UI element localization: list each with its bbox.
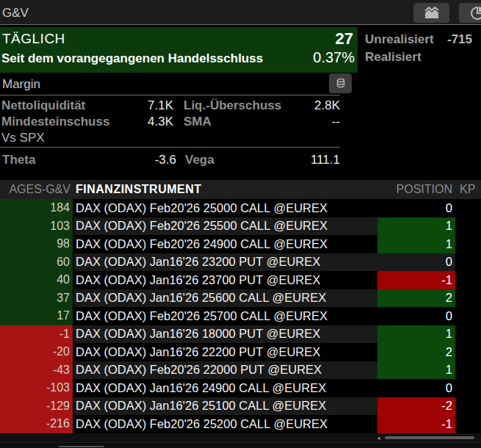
table-row[interactable]: -20 DAX (ODAX) Jan16'26 22200 PUT @EUREX… <box>0 343 481 361</box>
daily-pnl-cell: 98 <box>0 235 73 253</box>
table-row[interactable]: -1 DAX (ODAX) Jan16'26 18000 PUT @EUREX … <box>0 325 481 344</box>
position-cell: 0 <box>377 307 455 325</box>
instrument-cell: DAX (ODAX) Feb20'26 25200 CALL @EUREX <box>74 417 377 431</box>
daily-pnl-banner[interactable]: TÄGLICH 27 Seit dem vorangegangenen Hand… <box>0 27 358 73</box>
instrument-cell: DAX (ODAX) Jan16'26 18000 PUT @EUREX <box>74 327 377 341</box>
window-titlebar: G&V <box>0 0 481 25</box>
price-cell <box>455 325 481 344</box>
price-cell <box>455 271 481 289</box>
unrealized-value: -715 <box>447 31 472 48</box>
daily-pnl-cell: -1 <box>0 325 73 344</box>
greeks-section: Theta -3.6 Vega 111.1 <box>0 151 340 170</box>
price-cell <box>455 217 481 236</box>
area-chart-icon <box>424 7 440 20</box>
table-row[interactable]: 103 DAX (ODAX) Feb20'26 25500 CALL @EURE… <box>0 217 481 236</box>
margin-section-header: Margin <box>0 73 340 95</box>
table-header: AGES-G&V FINANZINSTRUMENT POSITION KP <box>0 180 481 199</box>
position-cell: 1 <box>377 217 455 236</box>
table-row[interactable]: 17 DAX (ODAX) Feb20'26 25700 CALL @EUREX… <box>0 307 481 325</box>
position-cell: 0 <box>377 253 455 272</box>
scroll-left-arrow[interactable]: ◂ <box>375 435 382 441</box>
realized-row: Realisiert <box>365 48 481 66</box>
position-cell: 2 <box>377 343 455 361</box>
net-liquidity-value: 7.1K <box>123 98 173 113</box>
price-cell <box>455 397 481 416</box>
margin-details-button[interactable] <box>329 73 352 93</box>
table-row[interactable]: 40 DAX (ODAX) Jan16'26 23700 PUT @EUREX … <box>0 271 481 289</box>
vega-label: Vega <box>176 153 250 167</box>
price-cell <box>455 361 481 380</box>
theta-label: Theta <box>0 153 88 167</box>
sma-label: SMA <box>173 115 291 129</box>
price-cell <box>455 343 481 361</box>
price-cell <box>455 379 481 397</box>
table-row[interactable]: 60 DAX (ODAX) Jan16'26 23200 PUT @EUREX … <box>0 253 481 272</box>
realized-label: Realisiert <box>365 48 447 66</box>
performance-chart-button[interactable] <box>413 3 449 23</box>
unrealized-label: Unrealisiert <box>365 31 447 48</box>
sma-value: -- <box>291 115 340 129</box>
daily-pnl-cell: 60 <box>0 253 73 272</box>
position-cell: 0 <box>377 379 455 397</box>
price-cell <box>455 199 481 217</box>
instrument-cell: DAX (ODAX) Jan16'26 25600 CALL @EUREX <box>74 291 377 305</box>
position-cell: -1 <box>377 271 455 289</box>
allocation-button[interactable] <box>459 3 481 23</box>
column-header-price[interactable]: KP <box>455 183 481 196</box>
positions-table: AGES-G&V FINANZINSTRUMENT POSITION KP 18… <box>0 180 481 433</box>
position-cell: 1 <box>377 325 455 344</box>
column-header-daily-pnl[interactable]: AGES-G&V <box>0 183 73 196</box>
table-row[interactable]: -103 DAX (ODAX) Jan16'26 24900 CALL @EUR… <box>0 379 481 397</box>
liq-excess-value: 2.8K <box>291 98 340 113</box>
daily-pnl-cell: 17 <box>0 307 73 325</box>
stat-row-vs-spx: Vs SPX <box>0 130 340 146</box>
theta-value: -3.6 <box>88 153 176 167</box>
daily-pnl-cell: -216 <box>0 415 73 433</box>
stat-row-margin-req: Mindesteinschuss 4.3K SMA -- <box>0 114 340 130</box>
daily-pnl-cell: -129 <box>0 397 73 416</box>
pie-chart-icon <box>470 6 481 21</box>
stats-divider <box>0 147 340 148</box>
min-margin-value: 4.3K <box>123 115 173 129</box>
position-cell: -2 <box>377 397 455 416</box>
instrument-cell: DAX (ODAX) Feb20'26 24900 CALL @EUREX <box>74 237 377 251</box>
pnl-summary-panel: Unrealisiert -715 Realisiert <box>365 31 481 66</box>
account-stats: Nettoliquidität 7.1K Liq.-Überschuss 2.8… <box>0 98 340 148</box>
scrollbar-thumb[interactable] <box>385 436 474 439</box>
daily-pnl-cell: 184 <box>0 199 73 217</box>
table-row[interactable]: -43 DAX (ODAX) Feb20'26 22000 PUT @EUREX… <box>0 361 481 380</box>
min-margin-label: Mindesteinschuss <box>0 115 123 129</box>
daily-pnl-cell: -103 <box>0 379 73 397</box>
position-cell: 2 <box>377 289 455 308</box>
vega-value: 111.1 <box>250 153 340 167</box>
greeks-row: Theta -3.6 Vega 111.1 <box>0 151 340 170</box>
position-cell: 0 <box>377 199 455 217</box>
daily-pnl-cell: 37 <box>0 289 73 308</box>
position-cell: 1 <box>377 235 455 253</box>
instrument-cell: DAX (ODAX) Jan16'26 22200 PUT @EUREX <box>74 345 377 359</box>
instrument-cell: DAX (ODAX) Jan16'26 24900 CALL @EUREX <box>74 381 377 395</box>
table-row[interactable]: 98 DAX (ODAX) Feb20'26 24900 CALL @EUREX… <box>0 235 481 253</box>
price-cell <box>455 253 481 272</box>
instrument-cell: DAX (ODAX) Jan16'26 23700 PUT @EUREX <box>74 273 377 287</box>
table-row[interactable]: -216 DAX (ODAX) Feb20'26 25200 CALL @EUR… <box>0 415 481 433</box>
margin-label: Margin <box>2 77 40 92</box>
table-row[interactable]: 184 DAX (ODAX) Feb20'26 25000 CALL @EURE… <box>0 199 481 217</box>
column-header-instrument[interactable]: FINANZINSTRUMENT <box>74 183 377 196</box>
table-row[interactable]: 37 DAX (ODAX) Jan16'26 25600 CALL @EUREX… <box>0 289 481 308</box>
instrument-cell: DAX (ODAX) Feb20'26 25500 CALL @EUREX <box>74 219 377 233</box>
stat-row-liquidity: Nettoliquidität 7.1K Liq.-Überschuss 2.8… <box>0 98 340 114</box>
vs-spx-label: Vs SPX <box>0 131 123 145</box>
daily-pnl-cell: -43 <box>0 361 73 380</box>
since-close-percent: 0.37% <box>313 49 355 66</box>
price-cell <box>455 235 481 253</box>
instrument-cell: DAX (ODAX) Jan16'26 23200 PUT @EUREX <box>74 255 377 269</box>
column-header-position[interactable]: POSITION <box>377 183 455 196</box>
price-cell <box>455 415 481 433</box>
table-row[interactable]: -129 DAX (ODAX) Jan16'26 25100 CALL @EUR… <box>0 397 481 416</box>
bottom-edge-strip <box>0 442 481 448</box>
position-cell: -1 <box>377 415 455 433</box>
daily-label: TÄGLICH <box>2 31 65 47</box>
since-close-label: Seit dem vorangegangenen Handelsschluss <box>1 51 263 66</box>
table-body: 184 DAX (ODAX) Feb20'26 25000 CALL @EURE… <box>0 199 481 433</box>
